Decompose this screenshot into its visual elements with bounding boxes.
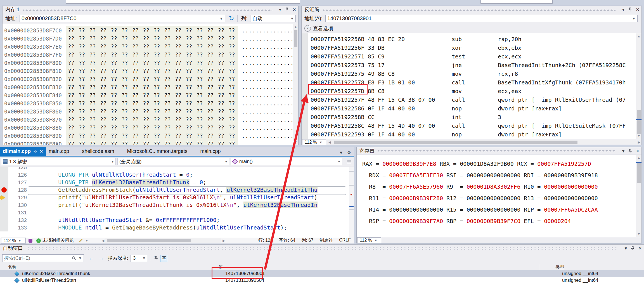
search-input[interactable] [3,255,71,261]
disasm-address-combo[interactable]: ▼ [325,15,638,22]
chevron-down-icon[interactable]: ▼ [85,239,88,242]
memory-columns-combo[interactable]: 自动 ▼ [250,15,296,22]
breakpoint-icon[interactable] [1,187,7,193]
breakpoint-gutter-cell[interactable] [0,194,8,201]
window-position-icon[interactable]: ▾ [279,7,281,12]
window-position-icon[interactable]: ▾ [622,149,625,153]
breakpoint-gutter-cell[interactable] [0,186,8,194]
memory-row-bytes[interactable]: ?? ?? ?? ?? ?? ?? ?? ?? ?? ?? ?? ?? ?? ?… [66,91,238,99]
memory-scrollbar[interactable]: ▲ ▼ [293,24,298,145]
disassembly-scrollbar[interactable]: ▲ ▼ [636,33,641,139]
tab-shellcode-asm[interactable]: shellcode.asm [79,147,117,156]
column-name[interactable]: 名称 [0,264,209,270]
search-depth-select[interactable]: 3 ▼ [131,255,148,262]
memory-grid[interactable]: 0x0000002853D8F7C0?? ?? ?? ?? ?? ?? ?? ?… [3,24,298,145]
pin-icon[interactable] [628,149,632,153]
memory-row-bytes[interactable]: ?? ?? ?? ?? ?? ?? ?? ?? ?? ?? ?? ?? ?? ?… [66,132,238,140]
memory-row-bytes[interactable]: ?? ?? ?? ?? ?? ?? ?? ?? ?? ?? ?? ?? ?? ?… [66,67,238,75]
autos-titlebar[interactable]: 自动窗口 ▾ × [0,245,644,252]
close-icon[interactable]: × [638,245,642,251]
memory-row-bytes[interactable]: ?? ?? ?? ?? ?? ?? ?? ?? ?? ?? ?? ?? ?? ?… [66,115,238,124]
pin-icon[interactable] [631,246,634,250]
memory-address-input[interactable] [20,15,218,22]
close-icon[interactable]: × [293,7,296,12]
chevron-down-icon[interactable]: ▼ [289,16,296,21]
memory-row-bytes[interactable]: ?? ?? ?? ?? ?? ?? ?? ?? ?? ?? ?? ?? ?? ?… [66,42,238,51]
tab-microsoft-c-mmon-targets[interactable]: Microsoft.C...mmon.targets [124,147,190,156]
memory-row-bytes[interactable]: ?? ?? ?? ?? ?? ?? ?? ?? ?? ?? ?? ?? ?? ?… [66,75,238,83]
editor-scrollbar[interactable] [349,167,354,238]
autos-row[interactable]: ulNtdllRtlUserThreadStart140713111890504… [0,277,644,284]
pin-values-icon[interactable] [154,256,158,260]
search-icon[interactable] [72,256,76,260]
disasm-zoom-select[interactable]: 112 %▼ [302,139,326,145]
split-editor-icon[interactable] [347,160,351,163]
autos-row-value[interactable]: 140713087083901 [216,271,547,276]
scroll-left-icon[interactable]: ◀ [102,239,104,243]
tab-list-icon[interactable]: ▾ [340,150,342,156]
forward-icon[interactable]: → [98,255,104,261]
registers-titlebar[interactable]: 寄存器 ▾ × [357,147,641,155]
pin-icon[interactable] [285,8,289,12]
close-tab-icon[interactable]: ✕ [40,149,43,154]
editor-hscrollbar[interactable] [105,238,221,243]
refresh-icon[interactable]: ↻ [229,15,234,22]
memory-row-bytes[interactable]: ?? ?? ?? ?? ?? ?? ?? ?? ?? ?? ?? ?? ?? ?… [66,51,238,59]
edit-mode-icon[interactable] [79,239,82,242]
memory-address-combo[interactable]: ▼ [20,15,225,22]
disassembly-titlebar[interactable]: 反汇编 ▾ × [302,6,641,13]
close-icon[interactable]: × [636,7,639,12]
autos-row[interactable]: ulKernel32BaseThreadInitThunk14071308708… [0,270,644,277]
autos-row-name[interactable]: ulKernel32BaseThreadInitThunk [0,271,216,276]
function-dropdown[interactable]: main() ▼ [231,158,342,165]
breakpoint-gutter-cell[interactable] [0,179,8,186]
chevron-down-icon[interactable]: ▼ [630,16,637,21]
breakpoint-gutter-cell[interactable] [0,216,8,224]
disasm-hscrollbar[interactable] [332,140,637,144]
memory-row-bytes[interactable]: ?? ?? ?? ?? ?? ?? ?? ?? ?? ?? ?? ?? ?? ?… [66,124,238,132]
gear-icon[interactable]: ⚙ [347,150,351,156]
chevron-down-icon[interactable]: ▼ [218,16,225,21]
scroll-left-icon[interactable]: ◀ [328,140,331,144]
scroll-up-icon[interactable]: ▲ [636,155,641,160]
memory-row-bytes[interactable]: ?? ?? ?? ?? ?? ?? ?? ?? ?? ?? ?? ?? ?? ?… [66,59,238,67]
memory-row-bytes[interactable]: ?? ?? ?? ?? ?? ?? ?? ?? ?? ?? ?? ?? ?? ?… [66,107,238,115]
autos-row-name[interactable]: ulNtdllRtlUserThreadStart [0,278,216,283]
close-icon[interactable]: × [636,148,639,154]
tab-main-cpp[interactable]: main.cpp [46,147,72,156]
window-position-icon[interactable]: ▾ [625,246,627,251]
pin-tab-icon[interactable]: ⊹ [34,149,37,154]
chevron-down-icon[interactable]: ▼ [141,256,148,260]
scroll-right-icon[interactable]: ▶ [638,140,640,144]
search-box[interactable]: ▼ [2,254,84,262]
memory-row-bytes[interactable]: ?? ?? ?? ?? ?? ?? ?? ?? ?? ?? ?? ?? ?? ?… [66,26,238,34]
breakpoint-gutter-cell[interactable] [0,171,8,179]
registers-zoom-select[interactable]: 112 %▼ [357,237,381,243]
feedback-icon[interactable] [29,239,32,243]
project-dropdown[interactable]: 1.3-解密 ▼ [1,158,116,165]
memory-row-bytes[interactable]: ?? ?? ?? ?? ?? ?? ?? ?? ?? ?? ?? ?? ?? ?… [66,34,238,42]
scroll-down-icon[interactable]: ▼ [293,140,298,145]
disassembly-code[interactable]: 00007FFA5192256B 48 83 EC 20subrsp,20h00… [302,33,641,139]
window-position-icon[interactable]: ▾ [622,7,625,12]
tab-main-cpp[interactable]: main.cpp [198,147,224,156]
column-value[interactable]: 值 [209,264,540,270]
show-text-values-icon[interactable]: ab [160,255,168,262]
code-editor[interactable]: 125126 ULONG_PTR ulNtdllRtlUserThreadSta… [0,167,354,238]
breakpoint-gutter-cell[interactable] [0,167,8,171]
view-options-row[interactable]: ∨ 查看选项 [302,24,641,33]
scroll-down-icon[interactable]: ▼ [636,134,641,138]
breakpoint-gutter-cell[interactable] [0,201,8,209]
autos-row-value[interactable]: 140713111890504 [216,278,547,283]
breakpoint-gutter-cell[interactable] [0,224,8,231]
breakpoint-gutter-cell[interactable] [0,209,8,216]
scroll-right-icon[interactable]: ▶ [222,239,225,243]
memory-row-bytes[interactable]: ?? ?? ?? ?? ?? ?? ?? ?? ?? ?? ?? ?? ?? ?… [66,99,238,107]
back-icon[interactable]: ← [88,255,94,261]
editor-zoom-select[interactable]: 112 %▼ [1,238,26,243]
registers-content[interactable]: RAX = 0000000B9B39F7E8 RBX = 000001D8A32… [357,155,641,237]
scroll-up-icon[interactable]: ▲ [636,34,641,39]
memory-titlebar[interactable]: 内存 1 ▾ × [3,6,298,13]
memory-row-bytes[interactable]: ?? ?? ?? ?? ?? ?? ?? ?? ?? ?? ?? ?? ?? ?… [66,83,238,91]
memory-row-bytes[interactable]: ?? ?? ?? ?? ?? ?? ?? ?? ?? ?? ?? ?? ?? ?… [66,140,238,145]
